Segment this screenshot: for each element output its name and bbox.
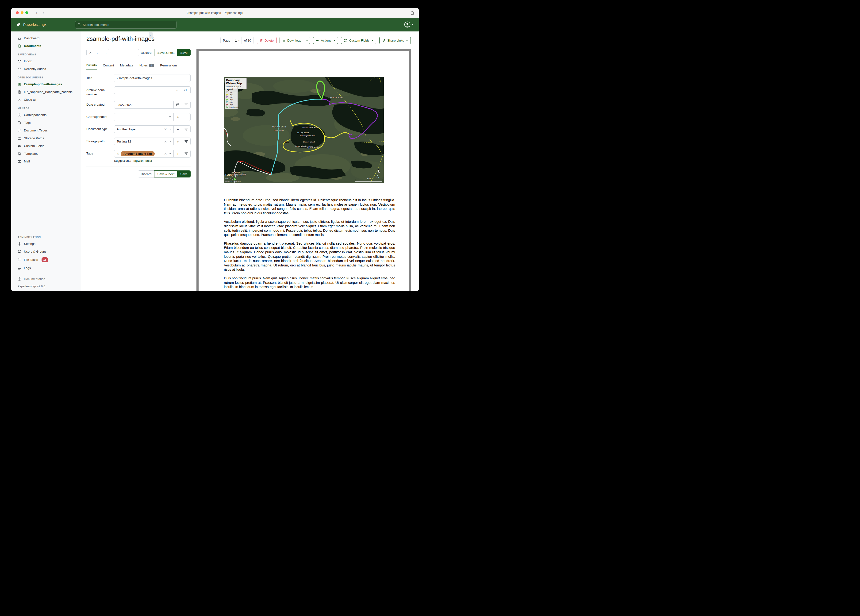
sidebar-item-documents[interactable]: Documents: [11, 42, 81, 50]
tags-select[interactable]: ✕ Another Sample Tag ✕: [114, 150, 173, 157]
paragraph: Vestibulum eleifend, ligula a scelerisqu…: [224, 220, 395, 237]
clear-icon[interactable]: ✕: [164, 140, 167, 143]
save-button-bottom[interactable]: Save: [177, 170, 191, 178]
title-input[interactable]: [117, 76, 188, 80]
add-correspondent-button[interactable]: +: [173, 113, 182, 121]
sidebar-item-users-groups[interactable]: Users & Groups: [11, 248, 81, 255]
delete-button[interactable]: Delete: [257, 37, 276, 44]
search-bar[interactable]: [75, 20, 176, 29]
sidebar-item-tags[interactable]: Tags: [11, 119, 81, 127]
save-next-button[interactable]: Save & next: [154, 49, 177, 56]
asn-plus-one-button[interactable]: +1: [180, 86, 190, 94]
sidebar-item-close-all[interactable]: Close all: [11, 96, 81, 104]
sidebar-item-document-types[interactable]: Document Types: [11, 127, 81, 134]
doctype-select[interactable]: Another Type ✕: [114, 126, 173, 133]
island-label: New York Island: [272, 126, 286, 128]
sidebar-item-open-doc-1[interactable]: 2sample-pdf-with-images: [11, 80, 81, 88]
page-label: Page: [221, 37, 233, 44]
next-document-button[interactable]: →: [102, 49, 109, 56]
download-dropdown-toggle[interactable]: [304, 37, 310, 44]
document-toolbar: Page 1 ▲▼ of 10 Delete Download: [220, 37, 411, 44]
sidebar-item-documentation[interactable]: Documentation: [11, 275, 81, 283]
storage-filter-button[interactable]: [182, 138, 190, 145]
add-storage-button[interactable]: +: [173, 138, 182, 145]
download-button[interactable]: Download: [280, 37, 304, 44]
tab-permissions[interactable]: Permissions: [160, 63, 177, 69]
map-copyright: Image © 2017 DigitalGlobe: [225, 181, 240, 182]
save-next-button-bottom[interactable]: Save & next: [154, 170, 177, 178]
sidebar-item-logs[interactable]: Logs: [11, 264, 81, 272]
sidebar: Dashboard Documents SAVED VIEWS Inbox Re…: [11, 31, 81, 291]
logs-icon: [17, 266, 21, 270]
date-created-input[interactable]: [117, 103, 171, 107]
date-filter-button[interactable]: [182, 101, 190, 108]
chevron-down-icon: [406, 40, 408, 41]
page-number-input[interactable]: 1 ▲▼: [232, 37, 242, 44]
page-stepper[interactable]: ▲▼: [238, 39, 240, 42]
sidebar-section-saved-views: SAVED VIEWS: [11, 50, 81, 57]
filter-icon: [185, 116, 188, 118]
suggestion-link[interactable]: TagWithPartial: [133, 159, 152, 162]
custom-fields-button[interactable]: Custom Fields: [341, 37, 376, 44]
correspondent-filter-button[interactable]: [182, 113, 190, 121]
tab-label: Content: [103, 64, 114, 67]
filter-funnel-icon: [17, 67, 21, 71]
clear-icon[interactable]: ✕: [164, 127, 167, 131]
sidebar-item-file-tasks[interactable]: File Tasks 16: [11, 255, 81, 264]
sidebar-item-templates[interactable]: Templates: [11, 150, 81, 157]
share-icon[interactable]: [410, 11, 414, 15]
clear-icon[interactable]: ✕: [164, 152, 167, 156]
share-links-button[interactable]: Share Links: [379, 37, 411, 44]
previous-document-button[interactable]: ←: [94, 49, 102, 56]
sidebar-collapse-button[interactable]: «: [149, 32, 153, 39]
sidebar-item-inbox[interactable]: Inbox: [11, 57, 81, 65]
paragraph: Duis non tincidunt purus. Nam quis sapie…: [224, 276, 395, 289]
person-icon: [17, 113, 21, 117]
main-content: « 2sample-pdf-with-images Page 1 ▲▼ of 1…: [81, 31, 419, 291]
asn-stepper[interactable]: ▲▼: [176, 89, 178, 91]
doctype-filter-button[interactable]: [182, 126, 190, 133]
pdf-preview-pane[interactable]: Boundary Waters Trip Six days in BWCA Le…: [196, 49, 411, 291]
sidebar-item-storage-paths[interactable]: Storage Paths: [11, 134, 81, 142]
add-tag-button[interactable]: +: [173, 150, 182, 157]
tab-notes[interactable]: Notes1: [140, 63, 154, 69]
close-document-button[interactable]: ✕: [86, 49, 94, 56]
sidebar-item-recently-added[interactable]: Recently Added: [11, 65, 81, 73]
tab-label: Metadata: [120, 64, 133, 67]
user-menu[interactable]: [404, 21, 414, 28]
actions-button[interactable]: Actions: [313, 37, 338, 44]
filter-icon: [185, 104, 188, 106]
tag-chip[interactable]: Another Sample Tag: [121, 151, 155, 156]
sidebar-item-settings[interactable]: Settings: [11, 240, 81, 248]
legend-item: Day 3: [226, 96, 237, 98]
brand[interactable]: Paperless-ngx: [16, 22, 47, 27]
tab-content[interactable]: Content: [103, 63, 114, 69]
sidebar-item-mail[interactable]: Mail: [11, 157, 81, 165]
editor-tabs: Details Content Metadata Notes1 Permissi…: [86, 63, 191, 69]
date-picker-button[interactable]: [173, 101, 182, 108]
remove-tag-icon[interactable]: ✕: [117, 152, 119, 156]
filter-icon: [185, 152, 188, 155]
storage-select[interactable]: Testing 12 ✕: [114, 138, 173, 145]
search-input[interactable]: [83, 23, 174, 27]
island-label: Squirrel Island: [306, 146, 319, 149]
sidebar-item-dashboard[interactable]: Dashboard: [11, 34, 81, 42]
add-doctype-button[interactable]: +: [173, 126, 182, 133]
legend-item: Day 1: [226, 91, 237, 93]
notes-count-badge: 1: [149, 64, 154, 68]
sidebar-item-correspondents[interactable]: Correspondents: [11, 111, 81, 119]
sidebar-item-label: Tags: [24, 121, 31, 125]
discard-button[interactable]: Discard: [138, 49, 155, 56]
sidebar-item-open-doc-2[interactable]: H7_Napoleon_Bonaparte_zadanie: [11, 88, 81, 96]
tags-filter-button[interactable]: [182, 150, 190, 157]
chevron-down-icon: [372, 40, 374, 41]
folder-icon: [17, 137, 21, 140]
brand-name: Paperless-ngx: [23, 22, 47, 27]
save-button[interactable]: Save: [177, 49, 191, 56]
sidebar-item-custom-fields[interactable]: Custom Fields: [11, 142, 81, 150]
discard-button-bottom[interactable]: Discard: [138, 170, 155, 178]
asn-input[interactable]: ▲▼: [114, 86, 180, 94]
correspondent-select[interactable]: [114, 113, 173, 121]
tab-details[interactable]: Details: [86, 63, 97, 69]
tab-metadata[interactable]: Metadata: [120, 63, 133, 69]
